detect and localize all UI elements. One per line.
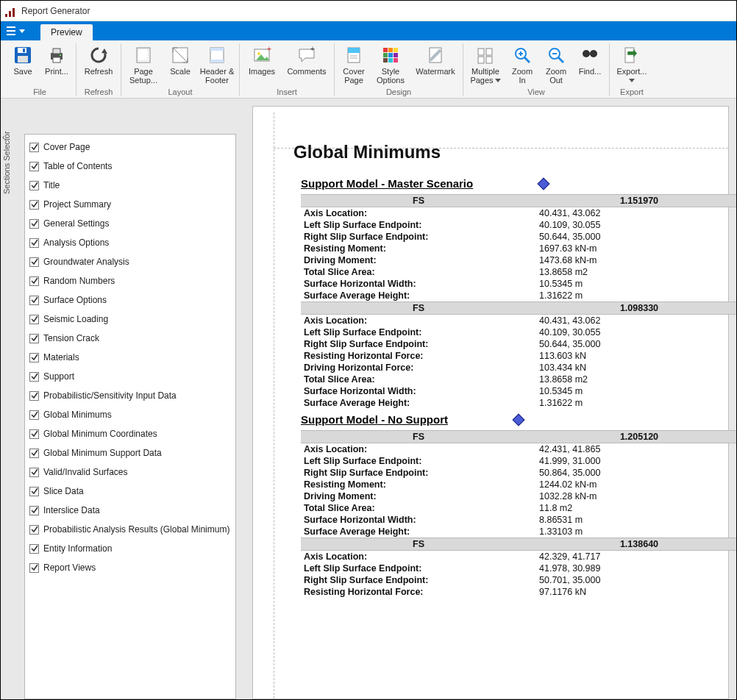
table-row: Total Slice Area:13.8658 m2 — [301, 266, 736, 278]
checkbox-icon[interactable] — [29, 257, 39, 267]
checkbox-icon[interactable] — [29, 506, 39, 515]
checkbox-icon[interactable] — [29, 468, 39, 477]
fs-header: FS — [301, 195, 536, 207]
table-header-row: FS1.138640 — [301, 538, 736, 551]
checkbox-icon[interactable] — [29, 219, 39, 229]
section-item[interactable]: Table of Contents — [29, 157, 231, 176]
row-value: 103.434 kN — [536, 362, 736, 374]
checkbox-icon[interactable] — [29, 238, 39, 248]
row-key: Resisting Horizontal Force: — [301, 350, 536, 362]
watermark-button[interactable]: Watermark — [413, 43, 458, 86]
table-row: Right Slip Surface Endpoint:50.701, 35.0… — [301, 574, 736, 586]
svg-rect-1 — [9, 11, 11, 17]
ribbon-label: Export... — [617, 67, 647, 85]
print-button[interactable]: Print... — [42, 43, 71, 86]
tab-preview[interactable]: Preview — [40, 24, 93, 40]
checkbox-icon[interactable] — [29, 449, 39, 458]
checkbox-icon[interactable] — [29, 525, 39, 535]
checkbox-icon[interactable] — [29, 276, 39, 286]
section-item[interactable]: Probabilistic Analysis Results (Global M… — [29, 520, 231, 539]
section-item-label: Materials — [43, 352, 79, 362]
section-item[interactable]: General Settings — [29, 214, 231, 233]
multiple-pages-button[interactable]: Multiple Pages — [468, 43, 503, 86]
chevron-down-icon — [19, 26, 25, 36]
checkbox-icon[interactable] — [29, 200, 39, 210]
section-item[interactable]: Global Minimum Support Data — [29, 443, 231, 463]
section-item[interactable]: Probabilistic/Sensitivity Input Data — [29, 386, 231, 405]
table-row: Surface Average Height:1.33103 m — [301, 526, 736, 538]
section-item[interactable]: Global Minimums — [29, 405, 231, 424]
checkbox-icon[interactable] — [29, 487, 39, 496]
section-item[interactable]: Interslice Data — [29, 501, 231, 520]
checkbox-icon[interactable] — [29, 181, 39, 190]
header-footer-button[interactable]: Header & Footer — [199, 43, 235, 86]
section-item[interactable]: Title — [29, 176, 231, 195]
checkbox-icon[interactable] — [29, 315, 39, 324]
table-row: Driving Horizontal Force:103.434 kN — [301, 362, 736, 374]
images-button[interactable]: + Images — [244, 43, 280, 86]
section-item[interactable]: Project Summary — [29, 195, 231, 214]
zoom-out-icon — [546, 45, 566, 65]
row-key: Resisting Horizontal Force: — [301, 586, 536, 598]
checkbox-icon[interactable] — [29, 143, 39, 152]
section-item[interactable]: Groundwater Analysis — [29, 252, 231, 271]
svg-rect-4 — [7, 30, 15, 32]
row-value: 1.31622 m — [536, 397, 736, 409]
section-item[interactable]: Valid/Invalid Surfaces — [29, 463, 231, 482]
title-bar: Report Generator — [1, 1, 736, 21]
svg-rect-58 — [625, 48, 634, 63]
row-value: 40.431, 43.062 — [536, 315, 736, 327]
checkbox-icon[interactable] — [29, 410, 39, 420]
row-key: Axis Location: — [301, 315, 536, 327]
fs-value: 1.098330 — [536, 302, 736, 315]
section-item[interactable]: Analysis Options — [29, 233, 231, 252]
checkbox-icon[interactable] — [29, 162, 39, 171]
section-item[interactable]: Surface Options — [29, 290, 231, 310]
section-item[interactable]: Random Numbers — [29, 271, 231, 290]
checkbox-icon[interactable] — [29, 296, 39, 305]
section-item[interactable]: Tension Crack — [29, 329, 231, 348]
checkbox-icon[interactable] — [29, 353, 39, 362]
section-item[interactable]: Cover Page — [29, 138, 231, 157]
section-item[interactable]: Report Views — [29, 558, 231, 577]
refresh-button[interactable]: Refresh — [81, 43, 116, 86]
page-setup-button[interactable]: Page Setup... — [126, 43, 161, 86]
comments-button[interactable]: + Comments — [284, 43, 330, 86]
checkbox-icon[interactable] — [29, 563, 39, 573]
diamond-icon — [512, 413, 524, 426]
style-options-button[interactable]: Style Options — [373, 43, 408, 86]
preview-area[interactable]: Global MinimumsSupport Model - Master Sc… — [248, 99, 736, 699]
table-row: Axis Location:40.431, 43.062 — [301, 207, 736, 220]
section-item[interactable]: Materials — [29, 348, 231, 367]
row-key: Left Slip Surface Endpoint: — [301, 455, 536, 467]
scale-button[interactable]: Scale — [165, 43, 195, 86]
checkbox-icon[interactable] — [29, 334, 39, 343]
row-value: 1473.68 kN-m — [536, 254, 736, 266]
checkbox-icon[interactable] — [29, 391, 39, 401]
export-button[interactable]: Export... — [614, 43, 649, 86]
cover-page-button[interactable]: Cover Page — [339, 43, 368, 86]
section-item[interactable]: Seismic Loading — [29, 310, 231, 329]
svg-rect-37 — [394, 53, 398, 57]
app-menu-button[interactable] — [1, 21, 30, 40]
section-item[interactable]: Slice Data — [29, 482, 231, 501]
section-item[interactable]: Entity Information — [29, 539, 231, 558]
svg-marker-6 — [19, 29, 25, 33]
save-button[interactable]: Save — [8, 43, 38, 86]
ribbon-tabstrip: Preview — [1, 21, 736, 40]
row-key: Left Slip Surface Endpoint: — [301, 326, 536, 338]
zoom-in-button[interactable]: Zoom In — [508, 43, 537, 86]
images-icon: + — [252, 45, 272, 65]
multiple-pages-icon — [475, 45, 496, 65]
checkbox-icon[interactable] — [29, 429, 39, 439]
row-value: 41.978, 30.989 — [536, 562, 736, 574]
zoom-out-button[interactable]: Zoom Out — [541, 43, 571, 86]
row-key: Right Slip Surface Endpoint: — [301, 467, 536, 479]
find-button[interactable]: Find... — [575, 43, 605, 86]
checkbox-icon[interactable] — [29, 544, 39, 554]
section-item[interactable]: Support — [29, 367, 231, 386]
checkbox-icon[interactable] — [29, 372, 39, 382]
ribbon-group-label: Export — [614, 88, 649, 96]
ribbon-label: Header & Footer — [200, 67, 234, 85]
section-item[interactable]: Global Minimum Coordinates — [29, 424, 231, 443]
